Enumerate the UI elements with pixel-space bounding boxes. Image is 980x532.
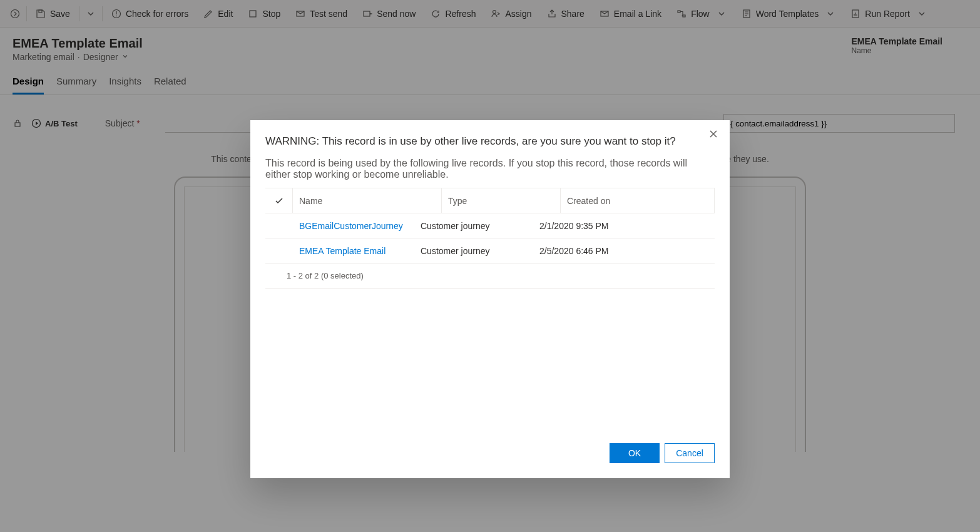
record-name-link[interactable]: EMEA Template Email bbox=[265, 246, 414, 256]
modal-overlay: WARNING: This record is in use by other … bbox=[0, 0, 980, 471]
record-created: 2/1/2020 9:35 PM bbox=[533, 221, 715, 231]
stop-warning-dialog: WARNING: This record is in use by other … bbox=[250, 120, 730, 471]
record-type: Customer journey bbox=[414, 221, 533, 231]
grid-row[interactable]: EMEA Template Email Customer journey 2/5… bbox=[265, 238, 715, 263]
dialog-description: This record is being used by the followi… bbox=[265, 158, 715, 180]
record-name-link[interactable]: BGEmailCustomerJourney bbox=[265, 221, 414, 231]
close-icon bbox=[708, 129, 718, 139]
dialog-close-button[interactable] bbox=[708, 129, 718, 142]
col-name-header[interactable]: Name bbox=[293, 188, 442, 213]
records-grid: Name Type Created on BGEmailCustomerJour… bbox=[265, 188, 715, 263]
checkmark-icon[interactable] bbox=[274, 196, 284, 206]
record-created: 2/5/2020 6:46 PM bbox=[533, 246, 715, 256]
grid-row[interactable]: BGEmailCustomerJourney Customer journey … bbox=[265, 213, 715, 238]
record-type: Customer journey bbox=[414, 246, 533, 256]
col-created-header[interactable]: Created on bbox=[561, 188, 715, 213]
cancel-button[interactable]: Cancel bbox=[665, 443, 715, 463]
ok-button[interactable]: OK bbox=[610, 443, 660, 463]
grid-header: Name Type Created on bbox=[265, 188, 715, 213]
grid-pager: 1 - 2 of 2 (0 selected) bbox=[265, 263, 715, 289]
col-type-header[interactable]: Type bbox=[442, 188, 561, 213]
dialog-title: WARNING: This record is in use by other … bbox=[265, 135, 715, 148]
